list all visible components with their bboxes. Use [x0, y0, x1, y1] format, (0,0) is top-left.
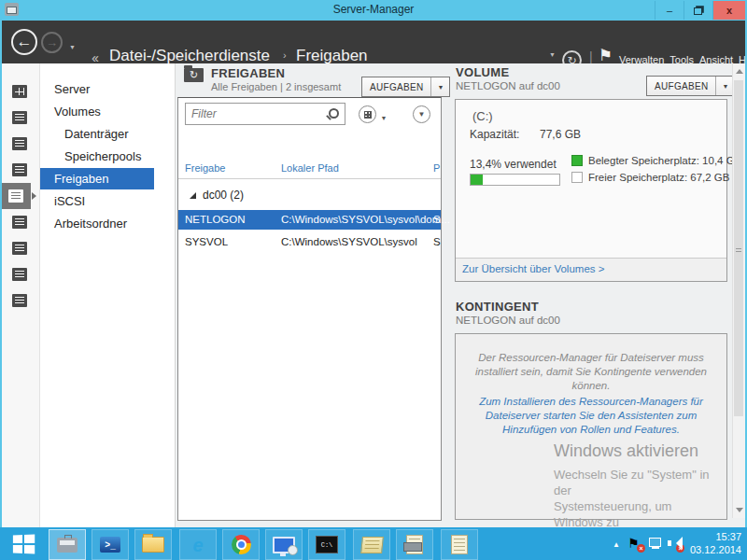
sidebar-item-server[interactable]: Server — [40, 78, 154, 100]
table-row-sysvol[interactable]: SYSVOL C:\Windows\SYSVOL\sysvol S — [178, 232, 441, 252]
taskbar-internet-explorer[interactable]: e — [179, 529, 217, 560]
server-manager-icon — [57, 538, 78, 553]
filter-input[interactable] — [190, 105, 324, 123]
volume-tasks-button[interactable]: AUFGABEN ▼ — [646, 76, 735, 96]
shares-tasks-button[interactable]: AUFGABEN ▼ — [361, 77, 450, 97]
column-freigabe[interactable]: Freigabe — [185, 162, 225, 174]
taskbar: >_ e C:\ ▲ ⚑× × 15:37 03.12.2014 — [0, 527, 747, 560]
strip-iis-icon[interactable] — [0, 235, 39, 261]
used-space-swatch — [571, 155, 583, 166]
used-percent-label: 13,4% verwendet — [470, 158, 557, 171]
tray-network-icon[interactable] — [648, 536, 663, 551]
scroll-down-icon[interactable] — [736, 508, 743, 512]
taskbar-command-prompt[interactable]: C:\ — [308, 529, 345, 560]
minimize-button[interactable]: – — [655, 1, 684, 20]
strip-dashboard-icon[interactable] — [0, 78, 39, 105]
history-dropdown-icon[interactable]: ▼ — [69, 44, 76, 50]
volume-link-row: Zur Übersicht über Volumes > — [456, 258, 726, 281]
document-icon — [451, 535, 468, 554]
tray-clock[interactable]: 15:37 03.12.2014 — [690, 530, 741, 556]
strip-all-servers-icon[interactable] — [0, 131, 39, 157]
taskbar-computer[interactable] — [265, 529, 303, 560]
volume-panel-subtitle: NETLOGON auf dc00 — [456, 80, 560, 91]
strip-dns-icon[interactable] — [0, 209, 39, 235]
taskbar-mail-app[interactable] — [353, 529, 390, 560]
strip-selected-arrow-icon — [32, 192, 36, 200]
mail-book-icon — [360, 537, 384, 553]
windows-logo-icon — [13, 534, 35, 553]
filter-field-wrap — [185, 103, 345, 125]
command-prompt-icon: C:\ — [316, 536, 338, 553]
folder-icon — [142, 537, 164, 553]
start-button[interactable] — [7, 533, 39, 554]
powershell-icon: >_ — [100, 537, 120, 553]
vertical-scrollbar[interactable] — [732, 63, 745, 518]
taskbar-print-document[interactable] — [396, 529, 433, 560]
activation-line2: Systemsteuerung, um Windows zu — [554, 498, 722, 530]
sidebar-item-volumes[interactable]: Volumes — [40, 101, 154, 122]
breadcrumb-page[interactable]: Freigaben — [296, 47, 368, 65]
taskbar-powershell[interactable]: >_ — [92, 529, 129, 560]
restore-button[interactable] — [684, 1, 712, 20]
column-lokaler-pfad[interactable]: Lokaler Pfad — [281, 162, 339, 174]
table-row-netlogon[interactable]: NETLOGON C:\Windows\SYSVOL\sysvol\dom...… — [178, 210, 441, 230]
breadcrumb-section[interactable]: Datei-/Speicherdienste — [109, 47, 270, 65]
sidebar-item-datentraeger[interactable]: Datenträger — [40, 123, 154, 145]
breadcrumb-dropdown-icon[interactable]: ▼ — [549, 51, 556, 58]
strip-file-storage-services-icon[interactable] — [0, 183, 31, 209]
taskbar-chrome[interactable] — [222, 529, 260, 560]
shares-folder-icon — [184, 68, 204, 82]
capacity-value: 77,6 GB — [540, 128, 581, 141]
volumes-overview-link[interactable]: Zur Übersicht über Volumes > — [462, 263, 604, 274]
quota-panel-title: KONTINGENT — [456, 300, 539, 314]
tray-action-center-icon[interactable]: ⚑× — [627, 536, 642, 551]
strip-ad-ds-icon[interactable] — [0, 157, 39, 183]
sidebar-item-iscsi[interactable]: iSCSI — [40, 190, 154, 212]
volume-panel-title: VOLUME — [456, 65, 509, 79]
view-options-caret-icon[interactable]: ▼ — [379, 110, 388, 126]
tray-expand-icon[interactable]: ▲ — [613, 540, 620, 549]
tray-volume-icon[interactable]: × — [667, 536, 682, 551]
quota-install-link[interactable]: Zum Installieren des Ressourcen-Managers… — [469, 395, 713, 437]
sidebar-item-freigaben[interactable]: Freigaben — [40, 168, 154, 189]
capacity-label: Kapazität: — [470, 128, 519, 141]
muted-badge-icon: × — [676, 544, 684, 553]
strip-performance-icon[interactable] — [0, 287, 39, 314]
group-row-dc00[interactable]: dc00 (2) — [178, 187, 441, 205]
section-icon-strip — [0, 63, 40, 527]
taskbar-document[interactable] — [441, 529, 478, 560]
breadcrumb-separator-icon: › — [283, 49, 287, 61]
shares-panel-subtitle: Alle Freigaben | 2 insgesamt — [211, 81, 341, 92]
sidebar-item-speicherpools[interactable]: Speicherpools — [40, 146, 154, 167]
volume-detail-box: (C:) Kapazität: 77,6 GB 13,4% verwendet … — [455, 99, 727, 282]
free-space-swatch — [571, 172, 583, 183]
clock-time: 15:37 — [690, 530, 741, 543]
window-titlebar: Server-Manager – x — [0, 0, 747, 21]
sidebar-nav: Server Volumes Datenträger Speicherpools… — [40, 63, 176, 527]
collapse-panel-button[interactable]: ▼ — [413, 105, 430, 123]
shares-list-panel: ▼ ▼ Freigabe Lokaler Pfad P dc00 (2) NET… — [177, 97, 442, 521]
navigation-bar: ← → ▼ ‹‹ Datei-/Speicherdienste › Freiga… — [0, 21, 747, 63]
toolbar-divider: | — [589, 49, 593, 64]
volume-name: (C:) — [472, 109, 493, 123]
close-button[interactable]: x — [712, 1, 745, 20]
column-protokoll[interactable]: P — [433, 162, 440, 174]
back-button[interactable]: ← — [11, 29, 37, 55]
window-title: Server-Manager — [0, 3, 747, 16]
print-document-icon — [406, 535, 423, 554]
activation-line1: Wechseln Sie zu "System" in der — [554, 467, 722, 498]
scrollbar-thumb[interactable] — [734, 80, 743, 416]
taskbar-file-explorer[interactable] — [134, 529, 172, 560]
strip-remote-access-icon[interactable] — [0, 261, 39, 287]
scrollbar-grip-icon — [736, 248, 741, 253]
notifications-flag-icon[interactable]: ⚑ — [599, 46, 613, 65]
error-badge-icon: × — [637, 544, 645, 553]
sidebar-item-arbeitsordner[interactable]: Arbeitsordner — [40, 213, 154, 234]
used-space-progressbar — [470, 174, 560, 186]
group-expanded-icon[interactable] — [190, 192, 196, 199]
used-space-progress-fill — [471, 175, 483, 185]
taskbar-server-manager[interactable] — [49, 529, 86, 560]
view-options-button[interactable] — [359, 105, 376, 123]
strip-local-server-icon[interactable] — [0, 105, 39, 131]
scroll-up-icon[interactable] — [736, 69, 743, 74]
